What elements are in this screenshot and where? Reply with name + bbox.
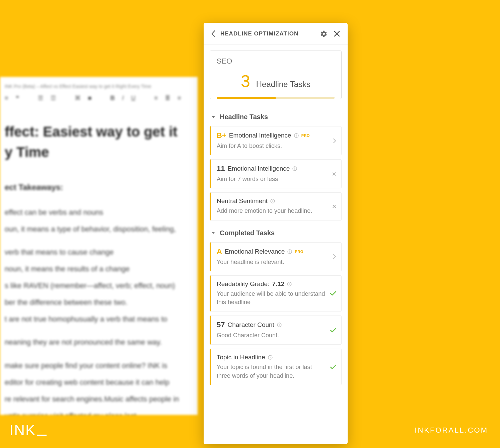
task-progress-bar [217, 97, 335, 99]
check-icon [330, 364, 337, 370]
pending-section-toggle[interactable]: Headline Tasks [210, 108, 342, 126]
task-description: Your headline is relevant. [217, 258, 329, 266]
info-icon[interactable]: i [287, 282, 292, 286]
info-icon[interactable]: i [294, 133, 299, 138]
task-card[interactable]: B+ Emotional Intelligence i PRO Aim for … [210, 126, 342, 155]
svg-text:i: i [270, 356, 271, 359]
back-button[interactable] [211, 30, 216, 37]
panel-header: HEADLINE OPTIMIZATION [204, 23, 348, 44]
task-name: Emotional Intelligence [227, 165, 290, 172]
task-card[interactable]: 11 Emotional Intelligence i Aim for 7 wo… [210, 159, 342, 188]
editor-toolbar: ≡❝☰☲⌘■BIU≡≣≡ [5, 94, 193, 102]
task-card[interactable]: A Emotional Relevance i PRO Your headlin… [210, 242, 342, 271]
dismiss-button[interactable] [332, 172, 337, 176]
task-grade: A [217, 247, 222, 256]
pro-badge: PRO [301, 133, 310, 138]
task-name: Emotional Relevance [225, 248, 285, 255]
task-name: Emotional Intelligence [229, 132, 291, 139]
task-description: Good Character Count. [217, 331, 327, 340]
svg-text:i: i [289, 250, 290, 253]
info-icon[interactable]: i [287, 249, 292, 254]
headline-optimization-panel: HEADLINE OPTIMIZATION SEO 3 Headline Tas… [204, 23, 348, 444]
task-description: Your topic is found in the first or last… [217, 363, 327, 380]
info-icon[interactable]: i [268, 355, 273, 360]
check-icon [330, 291, 337, 296]
seo-label: SEO [217, 57, 335, 66]
document-heading: ffect: Easiest way to get it y Time [5, 122, 193, 163]
dismiss-button[interactable] [332, 204, 337, 209]
panel-title: HEADLINE OPTIMIZATION [220, 30, 314, 37]
window-title: INK Pro (Beta) – Affect vs Effect Easies… [5, 84, 193, 89]
info-icon[interactable]: i [292, 166, 297, 171]
task-grade: 57 [217, 321, 225, 329]
pro-badge: PRO [295, 250, 303, 254]
task-name: Character Count [227, 321, 274, 329]
task-grade: B+ [217, 131, 226, 140]
task-card[interactable]: Readability Grade: 7.12 i Your audience … [210, 275, 342, 311]
expand-button[interactable] [333, 254, 337, 260]
task-grade: 11 [217, 164, 225, 173]
editor-background: INK Pro (Beta) – Affect vs Effect Easies… [0, 77, 198, 415]
task-label: Readability Grade: [217, 280, 269, 288]
task-name: Topic in Headline [217, 354, 265, 361]
task-card[interactable]: 57 Character Count i Good Character Coun… [210, 316, 342, 345]
caret-down-icon [211, 231, 216, 235]
svg-text:i: i [294, 167, 295, 170]
close-button[interactable] [334, 30, 340, 37]
task-count-label: Headline Tasks [256, 80, 310, 89]
task-name: Neutral Sentiment [217, 197, 268, 205]
completed-section-toggle[interactable]: Completed Tasks [210, 225, 342, 242]
info-icon[interactable]: i [270, 199, 275, 203]
settings-button[interactable] [320, 30, 328, 37]
task-description: Aim for 7 words or less [217, 175, 329, 183]
check-icon [330, 328, 337, 333]
document-subheading: ect Takeaways: [5, 183, 193, 192]
seo-summary-box: SEO 3 Headline Tasks [210, 51, 342, 99]
task-card[interactable]: Neutral Sentiment i Add more emotion to … [210, 192, 342, 220]
completed-section-title: Completed Tasks [220, 229, 275, 237]
svg-text:i: i [289, 282, 290, 286]
task-description: Aim for A to boost clicks. [217, 142, 329, 150]
pending-section-title: Headline Tasks [220, 113, 268, 121]
svg-text:i: i [272, 199, 273, 203]
task-card[interactable]: Topic in Headline i Your topic is found … [210, 349, 342, 385]
caret-down-icon [211, 115, 216, 119]
task-description: Add more emotion to your headline. [217, 207, 329, 215]
brand-logo: INK [9, 422, 47, 439]
task-description: Your audience will be able to understand… [217, 290, 327, 306]
brand-url: INKFORALL.COM [415, 426, 488, 435]
task-progress-fill [217, 97, 276, 99]
expand-button[interactable] [333, 138, 337, 144]
svg-text:i: i [296, 134, 297, 137]
svg-text:i: i [279, 323, 280, 327]
task-value: 7.12 [272, 280, 284, 288]
task-count-number: 3 [241, 72, 250, 91]
info-icon[interactable]: i [277, 323, 282, 327]
